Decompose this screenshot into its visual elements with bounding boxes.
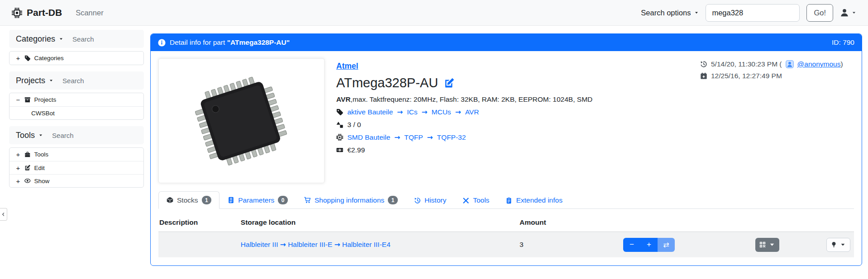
add-stock-button[interactable]: + [640,238,658,252]
storage-location-link[interactable]: Halbleiter III-E [288,241,332,248]
calendar-plus-icon [700,72,707,80]
chevron-down-icon [59,37,63,41]
move-stock-button[interactable]: ⇄ [658,238,675,252]
tab-label: History [424,196,446,204]
chevron-down-icon [694,10,699,15]
withdraw-stock-button[interactable]: − [623,238,640,252]
book-icon [228,197,234,203]
history-icon [700,61,707,68]
projects-dropdown[interactable]: Projects [16,76,53,85]
search-options-dropdown[interactable]: Search options [641,9,699,17]
footprint-link[interactable]: TQFP [404,133,423,142]
tab-badge: 0 [278,196,288,204]
category-link[interactable]: ICs [407,108,417,116]
stock-summary: 3 / 0 [348,121,361,129]
tab-shopping-informations[interactable]: Shopping informations 1 [296,191,406,209]
collapse-toggle[interactable]: − [15,96,21,104]
chevron-down-icon [769,241,775,248]
edit-icon [24,165,31,171]
part-image[interactable] [158,58,324,183]
chevron-down-icon [49,78,53,83]
projects-tree: − Projects CWSBot [9,93,144,120]
part-detail-card: Detail info for part "ATmega328P-AU" ID:… [150,33,862,266]
archive-icon [24,97,31,103]
tools-search-input[interactable] [52,132,111,139]
lightbulb-icon [831,241,837,248]
price-value: €2.99 [348,146,365,154]
sidebar-collapse-handle[interactable] [0,208,7,221]
tab-label: Stocks [177,196,198,204]
led-locate-dropdown-button[interactable] [826,238,850,252]
storage-location-link[interactable]: Halbleiter III-E4 [342,241,391,248]
qr-label-dropdown-button[interactable] [755,238,779,252]
expand-toggle[interactable]: + [15,164,21,172]
header-prefix: Detail info for part [170,38,225,46]
storage-location-link[interactable]: Halbleiter III [241,241,278,248]
chevron-down-icon [38,133,43,137]
tab-tools[interactable]: Tools [454,192,497,209]
edit-part-icon[interactable] [444,78,454,88]
go-button[interactable]: Go! [806,4,833,22]
modified-timestamp: 5/14/20, 11:30:23 PM ( [711,60,782,68]
chevron-left-icon [1,212,5,217]
tree-item-label: Show [34,178,50,184]
tree-item-label: Categories [34,55,64,61]
category-link[interactable]: AVR [465,108,479,116]
tree-item-cwsbot[interactable]: CWSBot [10,106,143,119]
quantity-button-group: − + ⇄ [623,238,675,252]
tab-parameters[interactable]: Parameters 0 [219,191,296,209]
footprint-link[interactable]: SMD Bauteile [348,133,391,142]
tab-extended-infos[interactable]: Extended infos [497,192,571,209]
last-modified-row: 5/14/20, 11:30:23 PM ( @anonymous) [700,60,854,68]
expand-toggle[interactable]: + [15,151,21,158]
stock-amount-cell: 3 [519,232,587,258]
projects-title: Projects [16,76,45,85]
tools-icon [463,197,469,204]
stock-location-cell: Halbleiter III → Halbleiter III-E → Halb… [240,232,519,258]
arrow-separator: → [334,241,340,249]
tree-item-label: Tools [34,151,49,158]
column-header-actions [587,213,854,232]
user-icon [840,8,849,17]
tools-title: Tools [16,131,35,140]
cart-icon [304,197,311,203]
sidebar-panel-tools: Tools + Tools + Edit + Show [9,126,144,188]
category-row: aktive Bauteile → ICs → MCUs → AVR [336,108,592,116]
tab-stocks[interactable]: Stocks 1 [158,191,219,209]
tree-item-show[interactable]: + Show [10,174,143,187]
projects-search-input[interactable] [62,77,121,85]
microchip-icon [12,8,22,18]
categories-dropdown[interactable]: Categories [16,34,63,44]
user-menu-dropdown[interactable] [840,8,856,17]
tab-history[interactable]: History [406,192,454,209]
tree-item-categories[interactable]: + Categories [10,52,143,65]
modified-by-user-link[interactable]: @anonymous [797,60,841,68]
description-bold: AVR [336,95,351,103]
tab-label: Tools [473,196,489,204]
expand-toggle[interactable]: + [15,54,21,62]
part-description: AVR,max. Taktfrequenz: 20MHz, Flash: 32K… [336,95,592,104]
search-input[interactable] [706,4,800,22]
category-link[interactable]: MCUs [432,108,451,116]
part-tabs: Stocks 1 Parameters 0 Shopping informati… [158,191,854,209]
tree-item-label: Projects [34,96,57,103]
sidebar: Categories + Categories Projects − [9,30,144,194]
manufacturer-link[interactable]: Atmel [336,61,358,71]
category-link[interactable]: aktive Bauteile [348,108,393,116]
tools-tree: + Tools + Edit + Show [9,147,144,188]
footprint-link[interactable]: TQFP-32 [437,133,466,142]
expand-toggle[interactable]: + [15,177,21,185]
column-header-amount: Amount [519,213,587,232]
tree-item-projects[interactable]: − Projects [10,93,143,106]
tools-dropdown[interactable]: Tools [16,131,43,140]
column-header-storage-location: Storage location [240,213,519,232]
app-brand[interactable]: Part-DB [12,7,62,18]
categories-search-input[interactable] [72,35,131,43]
nav-scanner-link[interactable]: Scanner [76,9,103,17]
projects-panel-header: Projects [9,71,144,90]
arrow-separator: → [280,241,286,249]
tree-item-tools[interactable]: + Tools [10,148,143,161]
tree-item-edit[interactable]: + Edit [10,161,143,174]
eye-icon [24,178,31,184]
top-navbar: Part-DB Scanner Search options Go! [0,0,868,26]
